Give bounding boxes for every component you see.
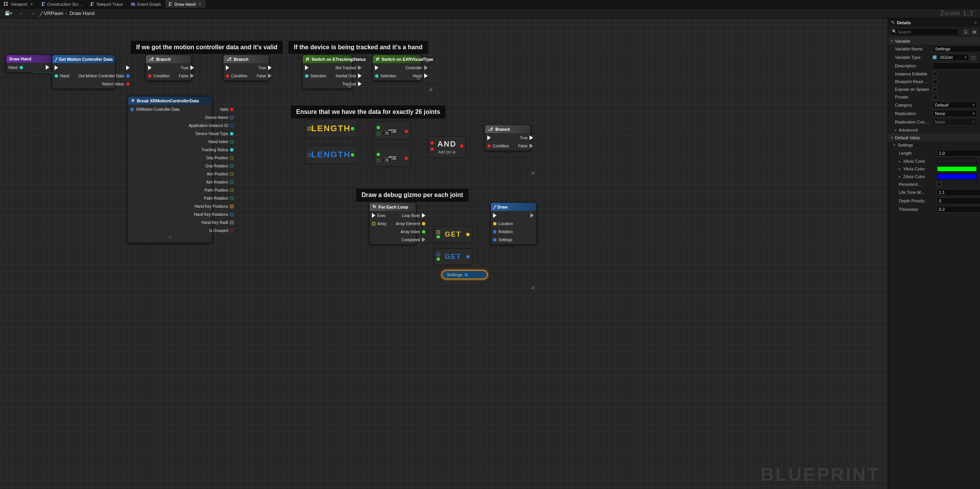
data-pin[interactable]: [487, 144, 491, 148]
node-foreach[interactable]: ↻For Each Loop Exec Array Loop Body Arra…: [369, 202, 416, 245]
node-and[interactable]: AND Add pin ⊕: [428, 136, 466, 158]
exec-pin[interactable]: [422, 213, 425, 218]
value-box[interactable]: 26: [382, 157, 392, 163]
data-pin[interactable]: [148, 74, 152, 78]
add-pin-button[interactable]: Add pin ⊕: [438, 150, 456, 154]
data-pin[interactable]: [351, 127, 354, 130]
checkbox[interactable]: [933, 79, 938, 84]
data-pin[interactable]: [437, 257, 440, 261]
data-pin[interactable]: [230, 148, 233, 152]
tab-drawhand[interactable]: Draw Hand ×: [165, 0, 206, 8]
filter-button[interactable]: ☰: [962, 28, 969, 35]
exec-pin[interactable]: [226, 65, 229, 70]
data-pin[interactable]: [55, 74, 58, 78]
data-pin[interactable]: [422, 230, 425, 234]
data-pin[interactable]: [430, 141, 434, 145]
data-pin[interactable]: [375, 74, 378, 78]
depth-input[interactable]: [937, 197, 980, 204]
node-settings-variable[interactable]: Settings: [442, 270, 488, 279]
data-pin[interactable]: [377, 132, 380, 135]
node-branch-2[interactable]: ⎇Branch Condition True False: [223, 55, 269, 81]
data-pin[interactable]: [230, 189, 233, 192]
exec-pin[interactable]: [126, 65, 130, 70]
exec-pin[interactable]: [424, 73, 428, 78]
checkbox[interactable]: [937, 182, 942, 187]
tab-construction[interactable]: Construction Scr…: [38, 0, 87, 8]
node-branch-3[interactable]: ⎇Branch Condition True False: [485, 125, 531, 151]
node-draw-hand-entry[interactable]: Draw Hand Hand: [6, 55, 52, 72]
exec-pin[interactable]: [190, 73, 194, 78]
node-equals-2[interactable]: == 26: [374, 149, 411, 167]
nav-back-button[interactable]: ←: [18, 10, 25, 17]
resize-handle[interactable]: [428, 87, 432, 91]
search-input[interactable]: [890, 28, 958, 36]
node-branch-1[interactable]: ⎇Branch Condition True False: [145, 55, 192, 81]
node-length-2[interactable]: LENGTH: [305, 145, 357, 164]
data-pin[interactable]: [230, 229, 233, 232]
data-pin[interactable]: [230, 180, 233, 184]
comment-4[interactable]: Draw a debug gizmo per each joint: [356, 189, 468, 202]
data-pin[interactable]: [230, 132, 233, 135]
category-dropdown[interactable]: Default: [933, 102, 977, 108]
exec-pin[interactable]: [424, 65, 428, 70]
checkbox[interactable]: [933, 87, 938, 92]
data-pin[interactable]: [20, 66, 23, 69]
advanced-toggle[interactable]: Advanced: [888, 126, 980, 134]
data-pin[interactable]: [422, 222, 425, 225]
array-pin[interactable]: [308, 153, 311, 157]
comment-2[interactable]: If the device is being tracked and it's …: [288, 41, 428, 54]
comment-3[interactable]: Ensure that we have the data for exactly…: [291, 105, 445, 118]
array-pin[interactable]: [437, 253, 440, 256]
exec-pin[interactable]: [148, 65, 152, 70]
section-variable[interactable]: Variable: [888, 37, 980, 45]
data-pin[interactable]: [351, 153, 354, 157]
exec-pin[interactable]: [268, 65, 272, 70]
exec-pin[interactable]: [493, 213, 497, 218]
node-switch-tracking[interactable]: ⇄Switch on ETrackingStatus Selection Not…: [302, 55, 352, 89]
data-pin[interactable]: [305, 74, 308, 78]
node-length-1[interactable]: LENGTH: [305, 119, 357, 138]
data-pin[interactable]: [230, 108, 233, 111]
settings-expand[interactable]: ▾ Settings: [888, 141, 980, 149]
settings-button[interactable]: ✿: [971, 28, 978, 35]
exec-pin[interactable]: [487, 135, 491, 140]
data-pin[interactable]: [466, 255, 470, 259]
collapse-arrow-icon[interactable]: ⌃: [128, 235, 212, 243]
data-pin[interactable]: [377, 153, 380, 156]
exec-pin[interactable]: [46, 65, 49, 70]
data-pin[interactable]: [230, 197, 233, 200]
data-pin[interactable]: [230, 164, 233, 168]
graph-canvas[interactable]: If we got the motion controller data and…: [0, 18, 888, 489]
data-pin[interactable]: [430, 147, 434, 151]
exec-pin[interactable]: [358, 65, 362, 70]
replication-dropdown[interactable]: None: [933, 110, 977, 117]
exec-pin[interactable]: [55, 65, 58, 70]
node-switch-visual[interactable]: ⇄Switch on EXRVisualType Selection Contr…: [372, 55, 422, 81]
data-pin[interactable]: [230, 172, 233, 176]
close-icon[interactable]: ×: [30, 2, 34, 7]
color-swatch[interactable]: [937, 166, 977, 172]
tab-teleport[interactable]: Teleport Trace: [87, 0, 127, 8]
nav-forward-button[interactable]: →: [29, 10, 36, 17]
breadcrumb-leaf[interactable]: Draw Hand: [70, 10, 95, 16]
array-pin[interactable]: [230, 213, 233, 216]
exec-pin[interactable]: [268, 73, 272, 78]
data-pin[interactable]: [130, 108, 134, 111]
exec-pin[interactable]: [375, 65, 378, 70]
node-equals-1[interactable]: == 26: [374, 122, 411, 140]
tab-viewport[interactable]: Viewport ×: [0, 0, 38, 8]
color-swatch[interactable]: [937, 159, 977, 164]
data-pin[interactable]: [405, 157, 408, 160]
comment-1[interactable]: If we got the motion controller data and…: [131, 41, 283, 54]
replication-cond-dropdown[interactable]: None: [933, 118, 977, 125]
data-pin[interactable]: [493, 230, 497, 234]
data-pin[interactable]: [493, 222, 497, 225]
close-icon[interactable]: ×: [198, 2, 202, 7]
container-icon[interactable]: ▢: [970, 54, 977, 61]
checkbox[interactable]: [933, 72, 938, 77]
checkbox[interactable]: [933, 95, 938, 100]
node-draw[interactable]: 𝑓Draw Location Rotation Settings: [490, 202, 537, 245]
value-box[interactable]: 26: [382, 130, 392, 136]
description-input[interactable]: [933, 62, 980, 69]
data-pin[interactable]: [465, 273, 468, 277]
